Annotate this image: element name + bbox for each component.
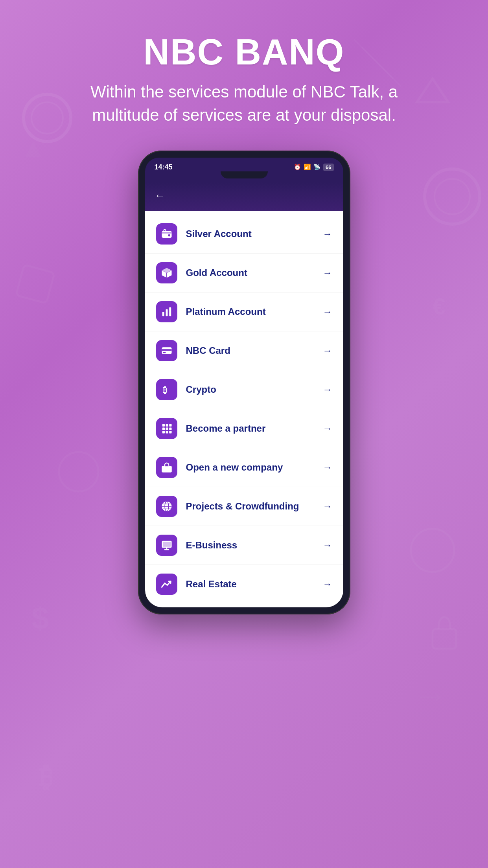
gold-account-arrow: →	[323, 267, 332, 278]
become-partner-arrow: →	[323, 423, 332, 434]
svg-text:₿: ₿	[39, 761, 53, 792]
chart-bars-icon	[161, 306, 173, 318]
svg-rect-33	[169, 431, 171, 433]
wifi-icon: 📡	[313, 164, 321, 171]
become-partner-label: Become a partner	[186, 423, 323, 434]
svg-text:€: €	[433, 293, 446, 320]
svg-rect-29	[166, 427, 168, 430]
menu-item-open-company[interactable]: Open a new company →	[145, 448, 343, 487]
notch-bump	[221, 171, 268, 178]
nbc-card-label: NBC Card	[186, 345, 323, 356]
svg-rect-16	[162, 231, 171, 238]
e-business-icon-wrapper	[156, 535, 177, 556]
svg-rect-22	[162, 349, 171, 351]
alarm-icon: ⏰	[294, 164, 301, 171]
svg-rect-19	[166, 309, 168, 316]
projects-crowdfunding-icon-wrapper	[156, 496, 177, 517]
gold-account-label: Gold Account	[186, 267, 323, 278]
platinum-account-icon-wrapper	[156, 301, 177, 322]
svg-rect-30	[169, 427, 171, 430]
svg-point-7	[411, 529, 454, 572]
menu-item-platinum-account[interactable]: Platinum Account →	[145, 292, 343, 331]
app-title: NBC BANQ	[67, 31, 421, 73]
svg-text:→: →	[413, 676, 448, 715]
open-company-arrow: →	[323, 462, 332, 473]
credit-card-icon	[161, 345, 173, 357]
platinum-account-label: Platinum Account	[186, 306, 323, 317]
crypto-label: Crypto	[186, 384, 323, 395]
back-button[interactable]: ←	[155, 189, 166, 202]
status-icons: ⏰ 📶 📡 66	[294, 164, 333, 171]
battery-icon: 66	[323, 164, 333, 171]
svg-rect-35	[162, 466, 171, 472]
svg-point-3	[435, 179, 470, 214]
menu-item-e-business[interactable]: E-Business →	[145, 526, 343, 565]
menu-item-silver-account[interactable]: Silver Account →	[145, 215, 343, 254]
svg-point-2	[425, 169, 480, 224]
wallet-icon	[161, 228, 173, 240]
svg-rect-36	[165, 464, 169, 466]
menu-item-become-partner[interactable]: Become a partner →	[145, 409, 343, 448]
grid-icon	[161, 423, 173, 434]
globe-icon	[161, 500, 173, 512]
app-subtitle: Within the services module of NBC Talk, …	[67, 81, 421, 127]
become-partner-icon-wrapper	[156, 418, 177, 439]
silver-account-arrow: →	[323, 228, 332, 239]
phone-screen: Silver Account → Gold Account	[145, 211, 343, 607]
menu-list: Silver Account → Gold Account	[145, 211, 343, 607]
svg-rect-17	[168, 234, 170, 236]
status-bar: 14:45 ⏰ 📶 📡 66	[145, 158, 343, 171]
phone-notch	[145, 171, 343, 182]
silver-account-icon-wrapper	[156, 223, 177, 245]
open-company-label: Open a new company	[186, 462, 323, 473]
menu-item-gold-account[interactable]: Gold Account →	[145, 254, 343, 292]
silver-account-label: Silver Account	[186, 228, 323, 239]
svg-rect-28	[162, 427, 164, 430]
menu-item-nbc-card[interactable]: NBC Card →	[145, 331, 343, 370]
svg-rect-31	[162, 431, 164, 433]
crypto-icon-wrapper: ₿	[156, 379, 177, 400]
crypto-arrow: →	[323, 384, 332, 395]
gold-account-icon-wrapper	[156, 262, 177, 283]
phone-app-header: ←	[145, 182, 343, 211]
svg-rect-20	[169, 307, 171, 316]
svg-rect-43	[163, 542, 171, 547]
monitor-icon	[161, 539, 173, 551]
platinum-account-arrow: →	[323, 306, 332, 317]
nbc-card-icon-wrapper	[156, 340, 177, 361]
svg-point-0	[24, 94, 71, 142]
status-time: 14:45	[155, 163, 173, 171]
nbc-card-arrow: →	[323, 345, 332, 356]
open-company-icon-wrapper	[156, 457, 177, 478]
menu-item-projects-crowdfunding[interactable]: Projects & Crowdfunding →	[145, 487, 343, 526]
svg-rect-27	[169, 424, 171, 426]
projects-crowdfunding-arrow: →	[323, 501, 332, 512]
svg-rect-26	[166, 424, 168, 426]
svg-text:₿: ₿	[163, 385, 168, 395]
trending-icon	[161, 578, 173, 590]
real-estate-arrow: →	[323, 579, 332, 590]
phone-frame: 14:45 ⏰ 📶 📡 66 ←	[138, 151, 350, 614]
svg-point-1	[31, 102, 63, 134]
svg-text:$: $	[31, 601, 49, 636]
briefcase-icon	[161, 462, 173, 473]
svg-rect-18	[162, 312, 164, 316]
svg-point-6	[59, 452, 98, 491]
e-business-arrow: →	[323, 540, 332, 551]
menu-item-real-estate[interactable]: Real Estate →	[145, 565, 343, 603]
bitcoin-icon: ₿	[161, 384, 173, 395]
menu-item-crypto[interactable]: ₿ Crypto →	[145, 370, 343, 409]
real-estate-label: Real Estate	[186, 579, 323, 590]
svg-rect-15	[433, 629, 456, 649]
svg-rect-4	[16, 265, 55, 303]
signal-icon: 📶	[304, 164, 311, 171]
phone-mockup: 14:45 ⏰ 📶 📡 66 ←	[138, 151, 350, 614]
svg-text:▲: ▲	[20, 132, 47, 163]
svg-rect-25	[162, 424, 164, 426]
e-business-label: E-Business	[186, 540, 323, 551]
svg-rect-23	[163, 352, 166, 353]
projects-crowdfunding-label: Projects & Crowdfunding	[186, 501, 323, 512]
svg-marker-5	[417, 79, 448, 102]
header-section: NBC BANQ Within the services module of N…	[67, 0, 421, 143]
svg-rect-32	[166, 431, 168, 433]
